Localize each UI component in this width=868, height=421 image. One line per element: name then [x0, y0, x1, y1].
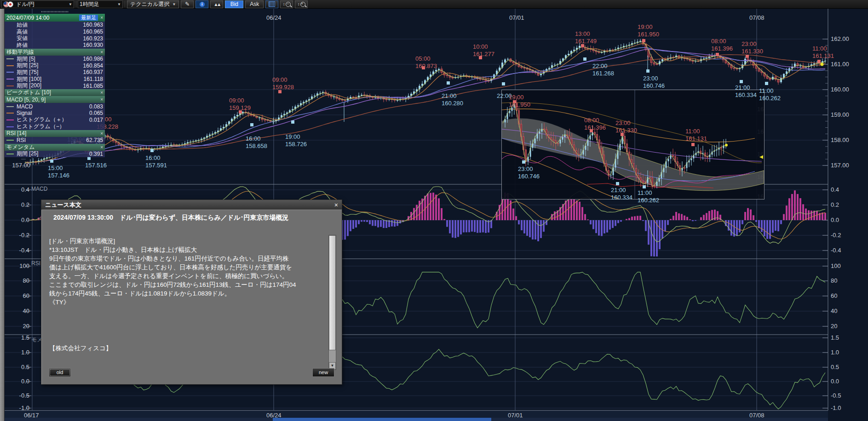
new-news-button[interactable]: new	[312, 368, 334, 377]
bottom-marker	[740, 80, 743, 83]
pencil-icon: ✎	[185, 1, 190, 7]
zoom-out-button[interactable]: ↕−	[280, 0, 293, 8]
indicator-row: 期間 [75]160.937	[5, 69, 105, 76]
indicator-value: 62.735	[86, 137, 103, 143]
indicator-value: 0.017	[89, 117, 103, 123]
news-body-line: ここまでの取引レンジは、ドル・円は160円72銭から161円13銭、ユーロ・円は…	[49, 280, 323, 289]
chevron-down-icon: ▼	[172, 2, 176, 6]
close-icon[interactable]: ×	[100, 97, 103, 102]
indicator-value: 160.963	[83, 22, 103, 28]
price-annotation: 23:00161.330	[742, 40, 763, 55]
zoom-in-button[interactable]: ↕+	[295, 0, 308, 8]
annotation-time: 10:00	[473, 43, 494, 51]
indicator-axis-label: 100	[7, 262, 29, 269]
zoom-inset-window[interactable]	[501, 90, 765, 199]
date-axis-label: 06/17	[24, 412, 39, 419]
annotation-price: 157.516	[85, 162, 107, 169]
indicator-label: MACD	[17, 103, 89, 110]
indicator-value: 161.085	[83, 83, 103, 89]
zoom-out-icon: −	[286, 2, 291, 7]
indicator-row: 期間 [5]160.986	[5, 56, 105, 63]
indicator-axis-label: 0.0	[7, 216, 29, 223]
annotation-price: 161.396	[711, 45, 733, 52]
dialog-titlebar[interactable]: ニュース本文 ×	[41, 200, 342, 210]
left-dock-handle[interactable]	[0, 8, 5, 421]
price-axis-label: 157.00	[831, 162, 849, 169]
annotation-time: 08:00	[584, 117, 606, 124]
chart-style-button[interactable]: ▲▲	[210, 0, 223, 8]
close-icon[interactable]: ×	[100, 145, 103, 150]
bar-datetime: 2024/07/09 14:00	[6, 15, 79, 21]
indicator-row: RSI62.735	[5, 137, 105, 144]
price-annotation: 15:00157.146	[48, 165, 69, 179]
annotation-time: 19:00	[638, 23, 659, 31]
price-annotation: 09:00159.129	[229, 97, 251, 112]
currency-pair-select[interactable]: ドル/円 ▼	[1, 0, 74, 8]
mountain-icon: ▲▲	[213, 2, 220, 7]
price-annotation: 23:00160.746	[518, 165, 540, 180]
indicator-axis-label: 0.5	[831, 364, 839, 370]
bid-toggle-button[interactable]: Bid	[225, 0, 243, 8]
indicator-axis-label: -0.4	[831, 247, 841, 254]
series-color-swatch	[6, 31, 14, 32]
indicator-axis-label: 40	[7, 307, 29, 314]
price-annotation: 19:00161.950	[638, 23, 659, 38]
news-body-line: 支える。一方、ドルは今週予定される重要インベントを前に、積極的に買いづらい。	[49, 272, 323, 280]
annotation-time: 11:00	[638, 189, 659, 197]
annotation-time: 16:00	[145, 154, 167, 162]
price-annotation: 10:00161.277	[473, 43, 494, 58]
close-icon[interactable]: ×	[100, 15, 103, 20]
close-icon[interactable]: ×	[334, 201, 338, 209]
peak-marker	[817, 60, 821, 63]
series-color-swatch	[6, 106, 14, 107]
series-color-swatch	[6, 65, 14, 66]
news-body-line: 《TY》	[49, 298, 323, 307]
annotation-time: 11:00	[812, 45, 834, 52]
panel-drag-handle[interactable]	[41, 11, 69, 12]
peak-marker	[642, 39, 645, 42]
bottom-marker	[50, 159, 53, 163]
indicator-row: 始値160.963	[5, 22, 105, 28]
annotation-price: 158.658	[246, 142, 267, 150]
technical-select-button[interactable]: テクニカル選択 ▼	[127, 0, 179, 8]
news-dialog: ニュース本文 × 2024/07/09 13:30:00 ドル･円は変わらず、日…	[41, 199, 342, 385]
annotation-time: 16:00	[246, 135, 267, 142]
timeframe-select[interactable]: 1時間足 ▼	[78, 0, 123, 8]
series-color-swatch	[6, 38, 14, 39]
annotation-time: 22:00	[592, 63, 614, 70]
peak-marker	[746, 55, 749, 58]
price-annotation: 157.516	[85, 162, 107, 169]
old-news-button[interactable]: old	[49, 368, 71, 377]
price-axis-label: 160.00	[831, 86, 849, 93]
indicator-value: 0.083	[89, 103, 103, 110]
date-axis-label: 06/24	[266, 412, 282, 419]
indicator-label: RSI	[17, 137, 86, 143]
chevron-down-icon: ▼	[69, 2, 72, 6]
price-annotation: 19:00161.950	[509, 94, 530, 108]
peak-marker	[691, 143, 695, 146]
volume-chart-button[interactable]	[265, 0, 278, 8]
close-icon[interactable]: ×	[100, 50, 103, 55]
indicator-row: 期間 [25]160.854	[5, 62, 105, 69]
candlestick-icon	[269, 1, 275, 7]
news-headline: 2024/07/09 13:30:00 ドル･円は変わらず、日本株にらみ／ドル･…	[53, 214, 289, 222]
annotation-price: 159.129	[229, 104, 251, 112]
info-button[interactable]: i	[195, 0, 208, 8]
indicator-axis-label: 1.0	[831, 349, 839, 356]
latest-bar-header: 2024/07/09 14:00 最新足 ×	[5, 14, 105, 22]
annotation-time: 19:00	[509, 94, 530, 101]
series-color-swatch	[6, 45, 14, 46]
indicator-axis-label: 80	[7, 277, 29, 284]
close-icon[interactable]: ×	[100, 90, 103, 95]
close-icon[interactable]: ×	[100, 131, 103, 136]
annotation-time: 21:00	[735, 84, 757, 91]
ask-toggle-button[interactable]: Ask	[245, 0, 264, 8]
indicator-axis-label: 60	[7, 292, 29, 299]
scrollbar-thumb[interactable]	[329, 235, 336, 350]
dialog-scrollbar[interactable]: ▼	[328, 235, 336, 370]
series-color-swatch	[6, 24, 14, 25]
draw-tool-button[interactable]: ✎	[181, 0, 194, 8]
annotation-price: 161.131	[812, 52, 834, 60]
indicator-axis-label: 1.0	[7, 349, 29, 356]
annotation-price: 160.746	[643, 82, 665, 90]
